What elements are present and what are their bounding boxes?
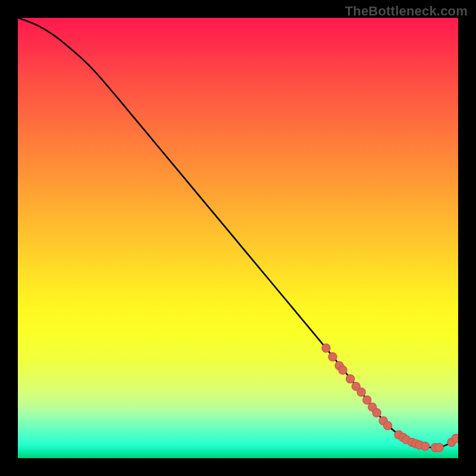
marker-dot bbox=[328, 353, 337, 361]
chart-svg bbox=[18, 18, 458, 458]
marker-dot bbox=[452, 434, 458, 443]
marker-dot bbox=[339, 366, 347, 374]
marker-dot bbox=[435, 443, 443, 452]
plot-area bbox=[18, 18, 458, 458]
marker-dot bbox=[421, 442, 429, 450]
marker-dot bbox=[346, 375, 355, 383]
chart-stage: TheBottleneck.com bbox=[0, 0, 476, 476]
marker-dot bbox=[357, 388, 365, 396]
marker-dot bbox=[363, 396, 371, 404]
curve-line bbox=[18, 18, 458, 447]
curve-markers bbox=[322, 344, 458, 452]
marker-dot bbox=[384, 421, 392, 430]
attribution-text: TheBottleneck.com bbox=[345, 4, 468, 19]
marker-dot bbox=[322, 344, 330, 352]
marker-dot bbox=[372, 409, 381, 417]
